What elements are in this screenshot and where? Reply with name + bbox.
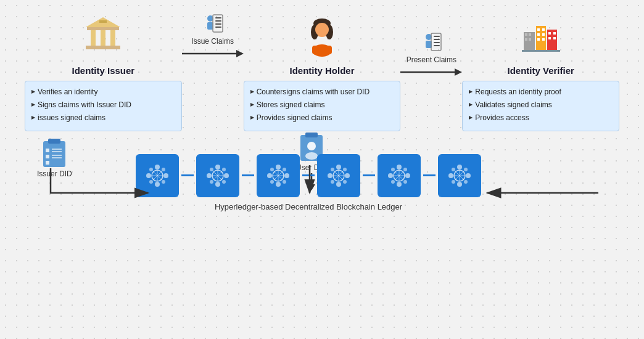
svg-rect-27: [434, 42, 440, 43]
svg-point-107: [328, 173, 332, 178]
svg-rect-49: [522, 50, 560, 52]
svg-point-92: [276, 165, 281, 170]
svg-rect-52: [46, 149, 49, 152]
svg-point-69: [163, 173, 168, 178]
svg-rect-9: [215, 17, 221, 18]
svg-point-68: [146, 173, 151, 178]
svg-point-108: [345, 173, 350, 178]
svg-rect-3: [110, 30, 115, 46]
svg-point-123: [403, 168, 407, 171]
block-4: [317, 154, 360, 197]
svg-point-82: [224, 173, 229, 178]
svg-rect-28: [434, 45, 440, 46]
block-1: [136, 154, 179, 197]
verifier-icon: [516, 12, 566, 62]
issue-claims-connector: Issue Claims: [182, 12, 244, 60]
blockchain-row: [136, 154, 481, 197]
svg-rect-2: [101, 30, 105, 46]
verifier-info-2: Validates signed claims: [469, 99, 613, 111]
verifier-info-box: Requests an identity proof Validates sig…: [462, 81, 619, 131]
identity-holder-block: Identity Holder Countersigns claims with…: [244, 12, 401, 131]
svg-rect-39: [542, 28, 545, 31]
bottom-section: Issuer DID User DID: [25, 131, 619, 230]
svg-rect-4: [86, 46, 120, 49]
svg-point-20: [315, 23, 329, 36]
svg-point-86: [222, 180, 226, 184]
svg-rect-47: [548, 37, 551, 39]
svg-rect-56: [52, 151, 62, 152]
issuer-did-area: Issuer DID: [37, 137, 72, 178]
svg-point-125: [403, 180, 407, 184]
svg-rect-36: [529, 38, 531, 41]
svg-rect-42: [537, 38, 540, 41]
svg-point-136: [464, 168, 468, 171]
svg-point-134: [466, 173, 471, 178]
block-3: [257, 154, 300, 197]
svg-point-93: [276, 182, 281, 187]
blockchain-area: Hyperledger-based Decentralized Blockcha…: [136, 154, 481, 211]
identity-issuer-block: Identity Issuer Verifies an identity Sig…: [25, 12, 182, 131]
svg-point-131: [457, 165, 462, 170]
svg-point-84: [222, 168, 226, 171]
svg-point-105: [336, 165, 341, 170]
svg-point-97: [283, 168, 286, 171]
svg-rect-45: [548, 32, 551, 35]
issuer-did-label: Issuer DID: [37, 170, 72, 178]
holder-title: Identity Holder: [290, 65, 355, 76]
svg-rect-57: [52, 155, 62, 156]
svg-rect-10: [215, 20, 221, 22]
svg-point-122: [391, 168, 395, 171]
svg-point-110: [343, 168, 347, 171]
issuer-title: Identity Issuer: [72, 65, 134, 76]
svg-point-94: [267, 173, 272, 178]
svg-rect-51: [48, 139, 60, 144]
block-2: [196, 154, 239, 197]
svg-point-112: [343, 180, 347, 184]
svg-rect-55: [52, 149, 62, 150]
svg-point-80: [215, 182, 220, 187]
svg-point-132: [457, 182, 462, 187]
svg-rect-33: [525, 33, 527, 36]
svg-rect-46: [553, 32, 556, 35]
svg-point-135: [452, 168, 455, 171]
svg-point-83: [210, 168, 213, 171]
main-container: Identity Issuer Verifies an identity Sig…: [0, 0, 644, 339]
holder-info-3: Provides signed claims: [250, 112, 394, 124]
svg-point-72: [149, 180, 153, 184]
svg-rect-48: [553, 37, 556, 39]
block-connector-4: [363, 174, 375, 176]
verifier-title: Identity Verifier: [507, 65, 574, 76]
svg-point-133: [448, 173, 453, 178]
ledger-label: Hyperledger-based Decentralized Blockcha…: [215, 202, 402, 211]
svg-point-81: [207, 173, 212, 178]
block-connector-5: [423, 174, 436, 176]
svg-point-66: [155, 165, 160, 170]
svg-rect-54: [46, 161, 49, 165]
svg-point-79: [215, 165, 220, 170]
top-row: Identity Issuer Verifies an identity Sig…: [25, 12, 619, 131]
issuer-info-3: issues signed claims: [31, 112, 175, 124]
svg-point-119: [397, 182, 402, 187]
svg-point-99: [283, 180, 286, 184]
svg-point-67: [155, 182, 160, 187]
svg-point-61: [307, 142, 316, 150]
svg-rect-6: [99, 20, 107, 23]
svg-point-106: [336, 182, 341, 187]
svg-point-121: [405, 173, 410, 178]
svg-rect-35: [525, 38, 527, 41]
verifier-info-1: Requests an identity proof: [469, 86, 613, 98]
identity-verifier-block: Identity Verifier Requests an identity p…: [462, 12, 619, 131]
block-5: [378, 154, 421, 197]
svg-rect-0: [87, 27, 119, 30]
svg-point-138: [464, 180, 468, 184]
svg-rect-58: [52, 157, 62, 158]
svg-rect-53: [46, 155, 49, 158]
svg-point-137: [452, 180, 455, 184]
issue-claims-label: Issue Claims: [191, 37, 234, 46]
svg-point-85: [210, 180, 213, 184]
holder-info-2: Stores signed claims: [250, 99, 394, 111]
svg-marker-15: [236, 50, 244, 57]
issuer-info-1: Verifies an identity: [31, 86, 175, 98]
svg-point-111: [331, 180, 334, 184]
holder-info-1: Countersigns claims with user DID: [250, 86, 394, 98]
